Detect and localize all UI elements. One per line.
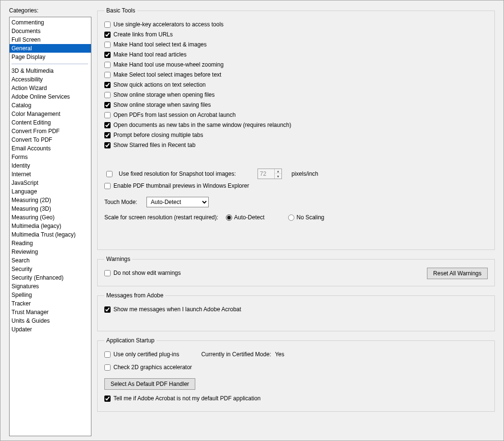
scale-noscaling-radio[interactable] — [288, 215, 294, 221]
basic-tools-checkbox-label: Open documents as new tabs in the same w… — [113, 121, 291, 129]
category-separator — [11, 64, 88, 64]
categories-listbox[interactable]: CommentingDocumentsFull ScreenGeneralPag… — [9, 17, 91, 436]
basic-tools-checkbox-label: Make Hand tool read articles — [113, 51, 187, 59]
basic-tools-checkbox[interactable] — [104, 82, 111, 88]
snapshot-spinner[interactable]: ▲ ▼ — [258, 169, 282, 179]
category-item[interactable]: Measuring (Geo) — [10, 213, 91, 222]
category-item[interactable]: Security — [10, 265, 91, 273]
edit-warnings-checkbox[interactable] — [104, 270, 111, 276]
basic-tools-checkbox-label: Make Select tool select images before te… — [113, 71, 221, 79]
snapshot-unit-label: pixels/inch — [291, 170, 318, 177]
category-item[interactable]: Trust Manager — [10, 308, 91, 317]
scale-auto-label: Auto-Detect — [234, 214, 264, 221]
category-item[interactable]: Convert From PDF — [10, 127, 91, 136]
touch-mode-label: Touch Mode: — [104, 199, 142, 205]
category-item[interactable]: Measuring (3D) — [10, 204, 91, 213]
spinner-up-icon[interactable]: ▲ — [275, 169, 281, 174]
category-item[interactable]: Documents — [10, 27, 91, 35]
touch-mode-row: Touch Mode: Auto-Detect — [104, 197, 488, 207]
basic-tools-option: Prompt before closing multiple tabs — [104, 131, 488, 139]
category-item[interactable]: Internet — [10, 170, 91, 179]
categories-column: Categories: CommentingDocumentsFull Scre… — [9, 7, 91, 441]
basic-tools-checkbox-label: Open PDFs from last session on Acrobat l… — [113, 111, 235, 119]
basic-tools-checkbox[interactable] — [104, 52, 111, 58]
thumbnail-checkbox[interactable] — [104, 183, 111, 189]
basic-tools-checkbox[interactable] — [104, 32, 111, 38]
basic-tools-checkbox-label: Make Hand tool use mouse-wheel zooming — [113, 61, 224, 69]
snapshot-value-input[interactable] — [258, 169, 274, 179]
category-item[interactable]: Units & Guides — [10, 317, 91, 325]
category-item[interactable]: Search — [10, 256, 91, 265]
category-item[interactable]: Tracker — [10, 299, 91, 308]
startup-legend: Application Startup — [104, 337, 157, 344]
messages-group: Messages from Adobe Show me messages whe… — [97, 292, 495, 331]
category-item[interactable]: Commenting — [10, 18, 91, 27]
basic-tools-checkbox[interactable] — [104, 42, 111, 48]
basic-tools-option: Make Hand tool read articles — [104, 51, 488, 59]
basic-tools-checkbox[interactable] — [104, 102, 111, 108]
category-item[interactable]: Multimedia Trust (legacy) — [10, 230, 91, 239]
category-item[interactable]: Reviewing — [10, 248, 91, 256]
certified-plugins-label: Use only certified plug-ins — [113, 351, 179, 359]
preferences-dialog: Categories: CommentingDocumentsFull Scre… — [0, 0, 504, 441]
category-item[interactable]: Signatures — [10, 282, 91, 291]
category-item[interactable]: Adobe Online Services — [10, 92, 91, 101]
category-item[interactable]: Action Wizard — [10, 84, 91, 92]
thumbnail-row: Enable PDF thumbnail previews in Windows… — [104, 182, 488, 190]
snapshot-label: Use fixed resolution for Snapshot tool i… — [119, 170, 253, 177]
categories-label: Categories: — [9, 7, 91, 14]
reset-warnings-button[interactable]: Reset All Warnings — [427, 268, 488, 279]
basic-tools-checkbox[interactable] — [104, 92, 111, 98]
certified-mode-label: Currently in Certified Mode: — [201, 351, 271, 359]
basic-tools-legend: Basic Tools — [104, 7, 137, 14]
gfx-accel-checkbox[interactable] — [104, 364, 111, 371]
category-item[interactable]: Content Editing — [10, 118, 91, 127]
thumbnail-label: Enable PDF thumbnail previews in Windows… — [113, 182, 249, 190]
category-item[interactable]: Page Display — [10, 53, 91, 61]
category-item[interactable]: JavaScript — [10, 179, 91, 187]
category-item[interactable]: Measuring (2D) — [10, 196, 91, 204]
basic-tools-option: Open PDFs from last session on Acrobat l… — [104, 111, 488, 119]
scale-row: Scale for screen resolution (restart req… — [104, 214, 488, 221]
basic-tools-checkbox-label: Use single-key accelerators to access to… — [113, 21, 224, 29]
category-item[interactable]: Accessibility — [10, 75, 91, 84]
basic-tools-checkbox[interactable] — [104, 62, 111, 68]
category-item[interactable]: Multimedia (legacy) — [10, 222, 91, 230]
default-pdf-handler-button[interactable]: Select As Default PDF Handler — [104, 378, 195, 390]
basic-tools-checkbox-label: Prompt before closing multiple tabs — [113, 131, 203, 139]
basic-tools-checkbox-label: Create links from URLs — [113, 31, 173, 39]
category-item[interactable]: Color Management — [10, 110, 91, 118]
basic-tools-checkbox[interactable] — [104, 142, 111, 148]
touch-mode-select[interactable]: Auto-Detect — [146, 197, 209, 207]
category-item[interactable]: Language — [10, 187, 91, 196]
spinner-down-icon[interactable]: ▼ — [275, 174, 281, 179]
adobe-messages-label: Show me messages when I launch Adobe Acr… — [113, 305, 241, 314]
basic-tools-option: Open documents as new tabs in the same w… — [104, 121, 488, 129]
basic-tools-checkbox[interactable] — [104, 72, 111, 78]
scale-auto-radio[interactable] — [226, 215, 232, 221]
basic-tools-checkbox[interactable] — [104, 132, 111, 138]
edit-warnings-label: Do not show edit warnings — [113, 269, 181, 277]
snapshot-checkbox[interactable] — [106, 171, 112, 177]
category-item[interactable]: Convert To PDF — [10, 136, 91, 144]
adobe-messages-checkbox[interactable] — [104, 306, 111, 313]
certified-plugins-checkbox[interactable] — [104, 351, 111, 358]
category-item[interactable]: Identity — [10, 161, 91, 170]
default-app-notify-checkbox[interactable] — [104, 396, 111, 402]
category-item[interactable]: Spelling — [10, 291, 91, 299]
category-item[interactable]: Security (Enhanced) — [10, 273, 91, 282]
snapshot-row: Use fixed resolution for Snapshot tool i… — [104, 169, 488, 179]
category-item[interactable]: Updater — [10, 325, 91, 334]
basic-tools-checkbox[interactable] — [104, 122, 111, 128]
category-item[interactable]: Full Screen — [10, 35, 91, 44]
basic-tools-checkbox[interactable] — [104, 22, 111, 28]
category-item[interactable]: General — [10, 44, 91, 53]
category-item[interactable]: Forms — [10, 153, 91, 161]
basic-tools-checkbox[interactable] — [104, 112, 111, 118]
category-item[interactable]: Catalog — [10, 101, 91, 110]
basic-tools-option: Make Hand tool use mouse-wheel zooming — [104, 61, 488, 69]
category-item[interactable]: Email Accounts — [10, 144, 91, 153]
certified-mode-value: Yes — [275, 351, 284, 359]
category-item[interactable]: Reading — [10, 239, 91, 248]
category-item[interactable]: 3D & Multimedia — [10, 67, 91, 75]
